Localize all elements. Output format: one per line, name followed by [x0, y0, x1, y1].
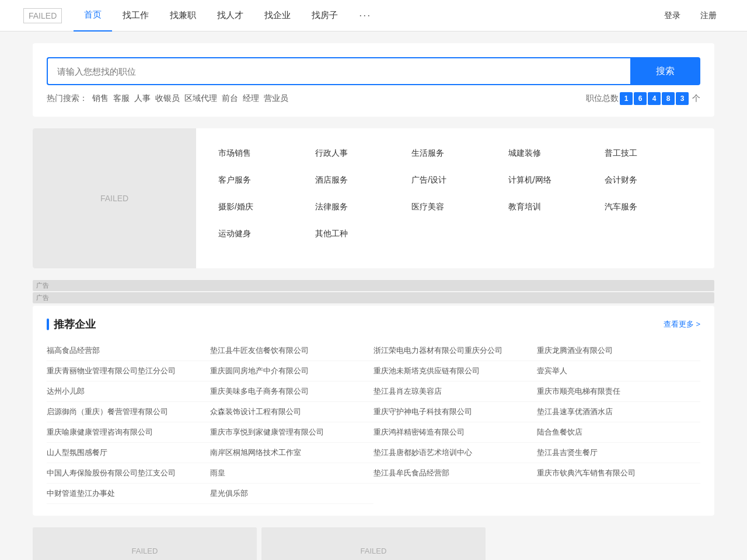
- ad-tag-1: 广告: [33, 280, 714, 291]
- company-item-20[interactable]: 山人型氛围感餐厅: [47, 443, 210, 463]
- see-more-button[interactable]: 查看更多 >: [664, 319, 700, 330]
- search-button[interactable]: 搜索: [630, 57, 700, 85]
- nav-item-find-talent[interactable]: 找人才: [207, 0, 254, 32]
- ad-bar: 广告 广告: [33, 280, 714, 303]
- hot-tag-2[interactable]: 人事: [134, 93, 151, 104]
- company-item-24[interactable]: 中国人寿保险股份有限公司垫江支公司: [47, 463, 210, 484]
- company-item-23[interactable]: 垫江县吉贤生餐厅: [537, 443, 700, 463]
- category-item-16[interactable]: 其他工种: [310, 220, 407, 247]
- category-item-11[interactable]: 法律服务: [310, 194, 407, 220]
- category-item-13[interactable]: 教育培训: [504, 194, 601, 220]
- section-title: 推荐企业: [47, 317, 96, 331]
- count-digit-4: 3: [676, 92, 689, 105]
- nav-right: 登录 注册: [657, 8, 724, 23]
- company-item-18[interactable]: 重庆鸿祥精密铸造有限公司: [374, 422, 537, 443]
- search-section: 搜索 热门搜索： 销售 客服 人事 收银员 区域代理 前台 经理 营业员 职位总…: [33, 43, 714, 117]
- nav-items: 首页 找工作 找兼职 找人才 找企业 找房子 ···: [74, 0, 657, 32]
- header: FAILED 首页 找工作 找兼职 找人才 找企业 找房子 ··· 登录 注册: [0, 0, 747, 32]
- bottom-ads: FAILED 广告 FAILED 广告: [33, 527, 714, 560]
- category-item-6[interactable]: 酒店服务: [310, 167, 407, 194]
- count-digit-1: 6: [634, 92, 647, 105]
- company-item-2[interactable]: 浙江荣电电力器材有限公司重庆分公司: [374, 341, 537, 361]
- company-item-26[interactable]: 垫江县牟氏食品经营部: [374, 463, 537, 484]
- bottom-ad-empty: [490, 527, 714, 560]
- category-item-5[interactable]: 客户服务: [214, 167, 310, 194]
- job-count: 职位总数 1 6 4 8 3 个: [586, 92, 700, 105]
- category-item-12[interactable]: 医疗美容: [407, 194, 504, 220]
- bottom-ad-1: FAILED 广告: [33, 527, 257, 560]
- company-item-11[interactable]: 重庆市顺亮电梯有限责任: [537, 382, 700, 402]
- count-digit-0: 1: [620, 92, 633, 105]
- company-item-4[interactable]: 重庆青丽物业管理有限公司垫江分公司: [47, 361, 210, 382]
- count-digit-2: 4: [648, 92, 661, 105]
- category-item-2[interactable]: 生活服务: [407, 140, 504, 167]
- company-item-17[interactable]: 重庆市享悦到家健康管理有限公司: [210, 422, 374, 443]
- category-item-8[interactable]: 计算机/网络: [504, 167, 601, 194]
- recommend-section: 推荐企业 查看更多 > 福高食品经营部 垫江县牛匠友信餐饮有限公司 浙江荣电电力…: [33, 306, 714, 516]
- hot-tag-7[interactable]: 营业员: [264, 93, 288, 104]
- category-item-7[interactable]: 广告/设计: [407, 167, 504, 194]
- count-digit-3: 8: [662, 92, 675, 105]
- nav-item-find-company[interactable]: 找企业: [254, 0, 301, 32]
- company-item-25[interactable]: 雨皇: [210, 463, 374, 484]
- hot-search: 热门搜索： 销售 客服 人事 收银员 区域代理 前台 经理 营业员 职位总数 1…: [47, 92, 700, 105]
- company-item-16[interactable]: 重庆喻康健康管理咨询有限公司: [47, 422, 210, 443]
- company-item-9[interactable]: 重庆美味多电子商务有限公司: [210, 382, 374, 402]
- company-item-12[interactable]: 启源御尚（重庆）餐营管理有限公司: [47, 402, 210, 422]
- company-item-27[interactable]: 重庆市钦典汽车销售有限公司: [537, 463, 700, 484]
- company-item-0[interactable]: 福高食品经营部: [47, 341, 210, 361]
- company-item-28[interactable]: 中财管道垫江办事处: [47, 484, 210, 504]
- search-row: 搜索: [47, 57, 700, 85]
- company-item-19[interactable]: 陆合鱼餐饮店: [537, 422, 700, 443]
- category-grid: 市场销售 行政人事 生活服务 城建装修 普工技工 客户服务 酒店服务 广告/设计…: [196, 128, 714, 268]
- category-item-4[interactable]: 普工技工: [600, 140, 697, 167]
- nav-more[interactable]: ···: [348, 0, 382, 32]
- company-item-6[interactable]: 重庆池未斯塔克供应链有限公司: [374, 361, 537, 382]
- category-section: FAILED 市场销售 行政人事 生活服务 城建装修 普工技工 客户服务 酒店服…: [33, 128, 714, 268]
- company-item-7[interactable]: 壹宾举人: [537, 361, 700, 382]
- hot-tag-6[interactable]: 经理: [243, 93, 259, 104]
- bottom-ad-2-text: FAILED: [361, 547, 387, 555]
- company-item-1[interactable]: 垫江县牛匠友信餐饮有限公司: [210, 341, 374, 361]
- category-item-3[interactable]: 城建装修: [504, 140, 601, 167]
- company-item-5[interactable]: 重庆圆同房地产中介有限公司: [210, 361, 374, 382]
- hot-tag-0[interactable]: 销售: [92, 93, 109, 104]
- category-item-9[interactable]: 会计财务: [600, 167, 697, 194]
- category-item-15[interactable]: 运动健身: [214, 220, 310, 247]
- main-content: 搜索 热门搜索： 销售 客服 人事 收银员 区域代理 前台 经理 营业员 职位总…: [23, 32, 724, 560]
- company-grid: 福高食品经营部 垫江县牛匠友信餐饮有限公司 浙江荣电电力器材有限公司重庆分公司 …: [47, 341, 700, 504]
- nav-item-part-time[interactable]: 找兼职: [159, 0, 207, 32]
- search-input[interactable]: [47, 57, 630, 85]
- ad-tag-2: 广告: [33, 292, 714, 303]
- nav-item-find-house[interactable]: 找房子: [301, 0, 348, 32]
- hot-tag-3[interactable]: 收银员: [155, 93, 180, 104]
- company-item-3[interactable]: 重庆龙腾酒业有限公司: [537, 341, 700, 361]
- company-item-10[interactable]: 垫江县肖左琼美容店: [374, 382, 537, 402]
- job-count-label: 职位总数: [586, 93, 619, 104]
- category-item-0[interactable]: 市场销售: [214, 140, 310, 167]
- company-item-22[interactable]: 垫江县唐都妙语艺术培训中心: [374, 443, 537, 463]
- bottom-ad-2: FAILED 广告: [261, 527, 486, 560]
- company-item-8[interactable]: 达州小儿郎: [47, 382, 210, 402]
- category-item-10[interactable]: 摄影/婚庆: [214, 194, 310, 220]
- company-item-15[interactable]: 垫江县速享优酒酒水店: [537, 402, 700, 422]
- company-item-14[interactable]: 重庆守护神电子科技有限公司: [374, 402, 537, 422]
- hot-tag-5[interactable]: 前台: [222, 93, 238, 104]
- nav-item-home[interactable]: 首页: [74, 0, 112, 32]
- company-item-21[interactable]: 南岸区桐旭网络技术工作室: [210, 443, 374, 463]
- hot-search-label: 热门搜索：: [47, 93, 88, 104]
- register-button[interactable]: 注册: [693, 8, 724, 23]
- recommend-title-text: 推荐企业: [54, 317, 96, 331]
- hot-tag-4[interactable]: 区域代理: [184, 93, 217, 104]
- hot-tag-1[interactable]: 客服: [113, 93, 130, 104]
- section-header: 推荐企业 查看更多 >: [47, 317, 700, 331]
- category-item-14[interactable]: 汽车服务: [600, 194, 697, 220]
- category-item-1[interactable]: 行政人事: [310, 140, 407, 167]
- nav-item-find-job[interactable]: 找工作: [112, 0, 159, 32]
- company-item-13[interactable]: 众森装饰设计工程有限公司: [210, 402, 374, 422]
- login-button[interactable]: 登录: [657, 8, 687, 23]
- nav-logo: FAILED: [23, 8, 62, 23]
- category-image: FAILED: [33, 128, 196, 268]
- company-item-29[interactable]: 星光俱乐部: [210, 484, 374, 504]
- bottom-ad-1-text: FAILED: [132, 547, 158, 555]
